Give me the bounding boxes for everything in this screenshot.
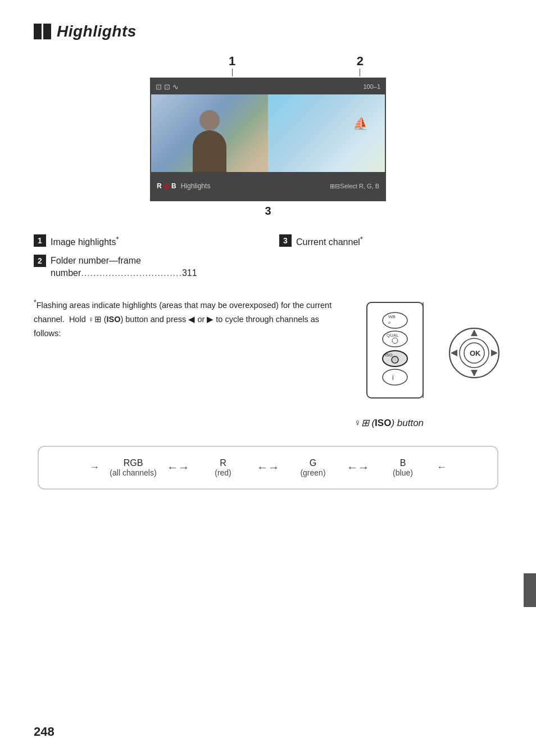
iso-button-caption: ♀⊞ (ISO) button xyxy=(275,417,502,429)
loop-arrow-end: ← xyxy=(437,461,447,473)
label-1-top: 1 xyxy=(229,54,235,69)
callout-right: 3 Current channel* xyxy=(279,234,502,286)
callouts-section: 1 Image highlights* 2 Folder number—fram… xyxy=(34,234,502,286)
loop-arrow-start: → xyxy=(89,461,99,473)
channel-r: R (red) xyxy=(189,458,257,477)
callout-left: 1 Image highlights* 2 Folder number—fram… xyxy=(34,234,257,286)
lcd-icons: ⊡ ⊡ ∿ xyxy=(156,83,179,91)
svg-point-9 xyxy=(392,356,398,363)
callout-num-3: 3 xyxy=(279,234,292,247)
ok-dial: OK xyxy=(446,319,502,389)
channel-b: B (blue) xyxy=(369,458,437,477)
callout-2: 2 Folder number—frame number............… xyxy=(34,255,257,280)
page-title-section: Highlights xyxy=(34,22,502,40)
channel-g: G (green) xyxy=(279,458,347,477)
arrow-rgb-r: ←→ xyxy=(167,461,189,474)
callout-num-1: 1 xyxy=(34,234,46,247)
svg-text:⌀: ⌀ xyxy=(388,320,390,324)
svg-text:WB: WB xyxy=(388,314,396,319)
lcd-bottom-left: RGB Highlights xyxy=(157,182,210,190)
callout-text-2: Folder number—frame number..............… xyxy=(51,255,197,280)
iso-label: ISO xyxy=(375,418,391,428)
svg-text:i: i xyxy=(392,374,394,382)
camera-body: WB ⌀ QUAL ISO i xyxy=(364,297,437,411)
label-2-top: 2 xyxy=(357,54,364,69)
lcd-diagram-area: 1 2 ⊡ ⊡ ∿ 100–1 xyxy=(34,54,502,218)
svg-text:OK: OK xyxy=(470,349,481,357)
callout-text-3: Current channel* xyxy=(296,234,363,249)
channel-cycle: → RGB (all channels) ←→ R (red) ←→ G (gr… xyxy=(38,446,498,490)
svg-point-6 xyxy=(392,338,398,343)
callout-text-1: Image highlights* xyxy=(51,234,119,249)
arrow-g-b: ←→ xyxy=(347,461,369,474)
callout-1: 1 Image highlights* xyxy=(34,234,257,249)
callout-3: 3 Current channel* xyxy=(279,234,502,249)
arrow-r-g: ←→ xyxy=(257,461,279,474)
page-number: 248 xyxy=(34,725,54,739)
camera-diagram: WB ⌀ QUAL ISO i xyxy=(364,297,502,411)
lcd-bottom-right: ⊞⊟Select R, G, B xyxy=(330,183,379,190)
side-tab xyxy=(524,573,536,607)
sailboat-icon: ⛵ xyxy=(353,117,368,132)
lcd-bottom-bar: RGB Highlights ⊞⊟Select R, G, B xyxy=(151,172,385,200)
page-title: Highlights xyxy=(57,22,137,40)
svg-point-10 xyxy=(383,369,407,385)
svg-text:QUAL: QUAL xyxy=(387,333,399,338)
lcd-top-bar: ⊡ ⊡ ∿ 100–1 xyxy=(151,79,385,94)
callout-num-2: 2 xyxy=(34,255,46,267)
footnote-section: *Flashing areas indicate highlights (are… xyxy=(34,297,502,411)
title-icon xyxy=(34,24,51,39)
footnote-text: *Flashing areas indicate highlights (are… xyxy=(34,297,347,341)
person-silhouette xyxy=(187,110,232,172)
channel-rgb: RGB (all channels) xyxy=(99,458,167,477)
label-3-bottom: 3 xyxy=(150,205,386,218)
button-label-text: button xyxy=(397,418,424,428)
lcd-screen: ⊡ ⊡ ∿ 100–1 ⛵ RGB xyxy=(150,78,386,201)
svg-text:ISO: ISO xyxy=(385,352,393,357)
folder-number: 100–1 xyxy=(363,83,380,90)
